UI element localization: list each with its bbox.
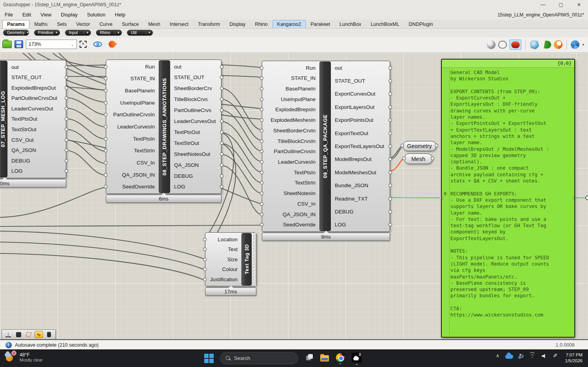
chrome-icon[interactable] xyxy=(336,353,345,362)
chevron-icon[interactable]: · xyxy=(89,42,91,46)
output-connector[interactable] xyxy=(65,86,68,90)
tab[interactable]: Maths xyxy=(29,20,52,28)
input-connector[interactable] xyxy=(104,161,107,165)
output-connector[interactable] xyxy=(388,145,392,148)
zoom-extents-icon[interactable] xyxy=(80,41,87,48)
windows-ink-icon[interactable]: ✎ xyxy=(553,353,557,359)
tab[interactable]: Rhino xyxy=(250,20,272,28)
input-connector[interactable] xyxy=(260,108,263,111)
input-connector[interactable] xyxy=(260,118,263,122)
menu-item[interactable]: Solution xyxy=(82,10,110,19)
preview-overlay-icon[interactable] xyxy=(554,40,563,49)
output-connector[interactable] xyxy=(388,210,392,213)
tab[interactable]: Display xyxy=(225,20,250,28)
tab[interactable]: DNDPlugin xyxy=(404,20,438,28)
zoom-level-combobox[interactable]: 173% ⌄ xyxy=(26,40,77,49)
start-button[interactable] xyxy=(204,354,214,363)
input-connector[interactable] xyxy=(260,87,263,90)
menu-item[interactable]: View xyxy=(36,10,56,19)
component-07-step-mesh-log[interactable]: 07_STEP_MESH_LOG outSTATE_OUTExplodedBre… xyxy=(0,60,66,178)
sync-icon[interactable]: ↻ xyxy=(519,353,524,359)
output-connector[interactable] xyxy=(431,157,434,160)
text-panel[interactable]: {0;0} 0 General CAD Model by Wickerson S… xyxy=(441,59,575,338)
tab[interactable]: Intersect xyxy=(165,20,193,28)
tab[interactable]: LunchBoxML xyxy=(366,20,404,28)
input-connector[interactable] xyxy=(104,89,107,92)
output-connector[interactable] xyxy=(220,141,223,145)
output-connector[interactable] xyxy=(220,174,223,178)
component-08-step-drawings-annotations[interactable]: RunSTATE_INBasePlaneInUseInputPlanePartO… xyxy=(106,60,221,194)
component-name-strip[interactable]: 08_STEP_DRAWINGS_ANNOTATIONS xyxy=(159,60,170,193)
category-dropdown[interactable]: Rhino▼ xyxy=(96,30,122,36)
output-connector[interactable] xyxy=(388,197,392,201)
tab[interactable]: Params xyxy=(2,20,29,28)
open-file-icon[interactable] xyxy=(2,41,12,48)
output-connector[interactable] xyxy=(388,171,392,174)
input-connector[interactable] xyxy=(104,113,107,116)
input-connector[interactable] xyxy=(104,173,107,177)
chevron-down-icon[interactable]: ▾ xyxy=(582,43,584,47)
maximize-button[interactable]: ▢ xyxy=(552,0,570,9)
onedrive-icon[interactable] xyxy=(505,354,513,359)
tab[interactable]: Surface xyxy=(117,20,143,28)
search-box[interactable]: Search xyxy=(220,352,298,364)
category-dropdown[interactable]: Input▼ xyxy=(65,30,91,36)
rhino-app-icon[interactable]: 8 xyxy=(352,353,362,363)
task-view-icon[interactable] xyxy=(306,354,313,361)
sketch-pen-icon[interactable] xyxy=(107,39,117,49)
category-dropdown[interactable]: Geometry▼ xyxy=(3,30,29,36)
clock-widget[interactable]: 7:07 PM 1/5/2026 xyxy=(565,352,583,364)
input-connector[interactable] xyxy=(203,248,207,251)
input-connector[interactable] xyxy=(104,65,107,69)
output-connector[interactable] xyxy=(388,132,392,135)
tab[interactable]: Parakeet xyxy=(306,20,335,28)
wireframe-box-widget-icon[interactable] xyxy=(24,331,33,338)
input-connector[interactable] xyxy=(104,185,107,188)
input-connector[interactable] xyxy=(260,223,263,226)
save-file-icon[interactable] xyxy=(15,40,23,48)
preview-selected-only-icon[interactable] xyxy=(542,41,551,49)
input-connector[interactable] xyxy=(260,98,263,101)
input-connector[interactable] xyxy=(203,238,207,241)
input-connector[interactable] xyxy=(260,202,263,206)
panel-output-connector[interactable] xyxy=(573,196,575,200)
component-name-strip[interactable]: 07_STEP_MESH_LOG xyxy=(0,61,7,177)
minimize-button[interactable]: — xyxy=(534,0,552,9)
output-connector[interactable] xyxy=(65,65,68,69)
shaded-preview-selected[interactable] xyxy=(510,40,521,50)
tab[interactable]: Sets xyxy=(52,20,71,28)
category-dropdown[interactable]: Util▼ xyxy=(127,30,153,36)
input-connector[interactable] xyxy=(260,139,263,143)
grasshopper-canvas[interactable]: 07_STEP_MESH_LOG outSTATE_OUTExplodedBre… xyxy=(0,53,588,340)
output-connector[interactable] xyxy=(435,144,438,147)
tab[interactable]: LunchBox xyxy=(335,20,366,28)
input-connector[interactable] xyxy=(260,160,263,164)
display-quality-icon[interactable] xyxy=(571,40,579,49)
tab[interactable]: Vector xyxy=(71,20,94,28)
input-connector[interactable] xyxy=(260,192,263,195)
input-connector[interactable] xyxy=(402,157,406,160)
input-connector[interactable] xyxy=(203,258,207,261)
preview-mesh-settings-icon[interactable] xyxy=(530,40,539,49)
input-connector[interactable] xyxy=(104,137,107,141)
no-preview-icon[interactable] xyxy=(487,40,495,49)
preview-eye-icon[interactable] xyxy=(93,42,102,47)
input-connector[interactable] xyxy=(260,129,263,132)
input-connector[interactable] xyxy=(104,125,107,128)
output-connector[interactable] xyxy=(65,159,68,163)
output-connector[interactable] xyxy=(65,138,68,142)
wifi-icon[interactable] xyxy=(530,353,536,358)
input-connector[interactable] xyxy=(260,76,263,80)
input-connector[interactable] xyxy=(260,181,263,184)
close-button[interactable]: ✕ xyxy=(570,0,588,9)
component-name-strip[interactable]: 09_STEP_QA_PACKAGE xyxy=(319,61,331,231)
bake-widget-icon[interactable]: ↓ xyxy=(4,331,13,338)
output-connector[interactable] xyxy=(220,152,223,156)
output-connector[interactable] xyxy=(220,163,223,167)
input-connector[interactable] xyxy=(104,149,107,152)
tray-expand-icon[interactable]: ∧ xyxy=(496,353,499,358)
param-capsule-mesh[interactable]: Mesh xyxy=(404,154,432,164)
input-connector[interactable] xyxy=(203,278,207,281)
memory-widget-icon[interactable] xyxy=(45,331,53,338)
input-connector[interactable] xyxy=(260,150,263,153)
